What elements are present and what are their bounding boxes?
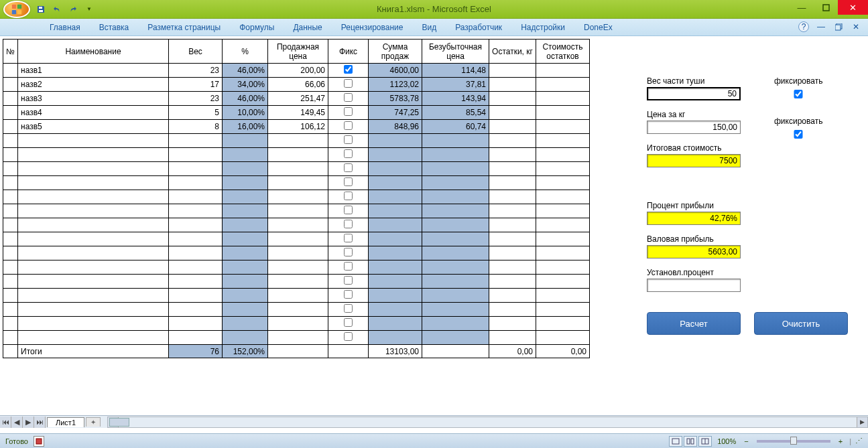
cell-pct[interactable]	[223, 232, 268, 246]
cell-fix[interactable]	[328, 331, 369, 345]
cell-weight[interactable]	[169, 148, 223, 162]
cell-sum[interactable]	[369, 148, 422, 162]
cell-name[interactable]	[18, 303, 169, 317]
totals-fix[interactable]	[328, 345, 369, 358]
fix-checkbox[interactable]	[344, 234, 353, 242]
totals-weight[interactable]: 76	[169, 345, 223, 358]
cell-fix[interactable]	[328, 134, 369, 148]
fix-checkbox[interactable]	[344, 304, 353, 313]
scroll-right-icon[interactable]: ▶	[857, 417, 867, 427]
cell-fix[interactable]	[328, 148, 369, 162]
cell-pct[interactable]	[223, 289, 268, 303]
cell-pct[interactable]	[223, 176, 268, 190]
cell-sum[interactable]: 1123,02	[369, 78, 422, 92]
save-icon[interactable]	[35, 3, 47, 15]
profitpct-input[interactable]	[647, 212, 741, 225]
cell-rest[interactable]	[489, 246, 536, 260]
fix-checkbox[interactable]	[344, 79, 353, 88]
cell-restcost[interactable]	[536, 246, 590, 260]
cell-breakeven[interactable]	[422, 260, 489, 275]
cell-sum[interactable]	[369, 331, 422, 345]
cell-weight[interactable]	[169, 218, 223, 232]
cell-restcost[interactable]	[536, 64, 590, 78]
zoom-out-icon[interactable]: −	[741, 437, 751, 445]
new-sheet-icon[interactable]: ✦	[86, 417, 101, 427]
cell-fix[interactable]	[328, 78, 369, 92]
cell-weight[interactable]	[169, 204, 223, 218]
cell-sum[interactable]	[369, 204, 422, 218]
cell-name[interactable]	[18, 190, 169, 204]
cell-price[interactable]	[268, 246, 328, 260]
zoom-value[interactable]: 100%	[717, 437, 736, 445]
cell-pct[interactable]	[223, 331, 268, 345]
cell-sum[interactable]: 848,96	[369, 120, 422, 134]
tab-data[interactable]: Данные	[284, 20, 331, 35]
cell-sum[interactable]	[369, 317, 422, 331]
cell-price[interactable]	[268, 289, 328, 303]
cell-rest[interactable]	[489, 218, 536, 232]
cell-breakeven[interactable]	[422, 204, 489, 218]
maximize-button[interactable]	[814, 0, 838, 15]
tab-view[interactable]: Вид	[412, 20, 446, 35]
clear-button[interactable]: Очистить	[754, 312, 848, 335]
cell-rest[interactable]	[489, 190, 536, 204]
totals-breakeven[interactable]	[422, 345, 489, 358]
cell-breakeven[interactable]	[422, 331, 489, 345]
tab-addins[interactable]: Надстройки	[511, 20, 574, 35]
cell-weight[interactable]	[169, 289, 223, 303]
cell-num[interactable]	[3, 289, 18, 303]
cell-breakeven[interactable]: 85,54	[422, 106, 489, 120]
cell-price[interactable]: 200,00	[268, 64, 328, 78]
cell-fix[interactable]	[328, 190, 369, 204]
cell-restcost[interactable]	[536, 148, 590, 162]
weight-input[interactable]	[647, 87, 741, 100]
cell-restcost[interactable]	[536, 232, 590, 246]
cell-breakeven[interactable]	[422, 232, 489, 246]
cell-pct[interactable]	[223, 275, 268, 289]
cell-num[interactable]	[3, 92, 18, 106]
cell-name[interactable]	[18, 317, 169, 331]
sheet-tab[interactable]: Лист1	[47, 417, 84, 427]
cell-num[interactable]	[3, 331, 18, 345]
cell-fix[interactable]	[328, 176, 369, 190]
cell-restcost[interactable]	[536, 162, 590, 176]
fix-price-checkbox[interactable]	[774, 130, 822, 139]
window-close-inner[interactable]: ✕	[851, 21, 861, 32]
cell-weight[interactable]	[169, 246, 223, 260]
cell-weight[interactable]	[169, 176, 223, 190]
cell-weight[interactable]	[169, 232, 223, 246]
cell-restcost[interactable]	[536, 275, 590, 289]
cell-name[interactable]: назв4	[18, 106, 169, 120]
cell-name[interactable]	[18, 218, 169, 232]
cell-price[interactable]: 149,45	[268, 106, 328, 120]
cell-fix[interactable]	[328, 275, 369, 289]
resize-grip-icon[interactable]: ⋰	[855, 437, 863, 445]
cell-breakeven[interactable]	[422, 134, 489, 148]
cell-rest[interactable]	[489, 64, 536, 78]
cell-price[interactable]	[268, 232, 328, 246]
cell-name[interactable]	[18, 162, 169, 176]
fix-checkbox[interactable]	[344, 206, 353, 214]
cell-pct[interactable]: 10,00%	[223, 106, 268, 120]
cell-sum[interactable]	[369, 289, 422, 303]
cell-restcost[interactable]	[536, 260, 590, 275]
cell-price[interactable]: 66,06	[268, 78, 328, 92]
cell-sum[interactable]	[369, 246, 422, 260]
cell-num[interactable]	[3, 303, 18, 317]
cell-num[interactable]	[3, 134, 18, 148]
cell-fix[interactable]	[328, 317, 369, 331]
cell-name[interactable]: назв3	[18, 92, 169, 106]
fix-checkbox[interactable]	[344, 65, 353, 74]
view-layout-icon[interactable]	[684, 436, 697, 447]
worksheet[interactable]: № Наименование Вес % Продажная цена Фикс…	[0, 36, 593, 428]
cell-rest[interactable]	[489, 317, 536, 331]
cell-price[interactable]	[268, 134, 328, 148]
tab-insert[interactable]: Вставка	[90, 20, 139, 35]
cell-weight[interactable]	[169, 260, 223, 275]
cell-fix[interactable]	[328, 64, 369, 78]
sheet-nav-prev-icon[interactable]: ◀	[11, 417, 23, 428]
gross-input[interactable]	[647, 245, 741, 258]
cell-breakeven[interactable]	[422, 246, 489, 260]
cell-num[interactable]	[3, 78, 18, 92]
cell-price[interactable]	[268, 331, 328, 345]
